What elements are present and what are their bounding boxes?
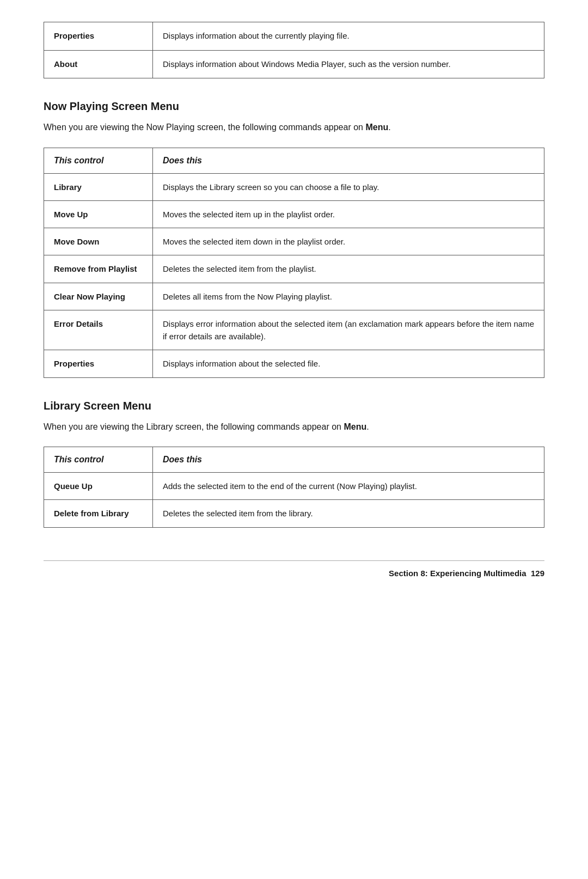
description-cell: Displays information about the selected …: [153, 350, 544, 377]
table-row: Error Details Displays error information…: [44, 310, 544, 350]
table-row: Delete from Library Deletes the selected…: [44, 500, 544, 527]
table-row: About Displays information about Windows…: [44, 50, 544, 78]
footer-page-number: 129: [531, 569, 544, 578]
footer-text: Section 8: Experiencing Multimedia 129: [389, 569, 544, 578]
description-cell: Moves the selected item up in the playli…: [153, 200, 544, 228]
description-cell: Deletes all items from the Now Playing p…: [153, 283, 544, 310]
now-playing-table: This control Does this Library Displays …: [44, 148, 544, 378]
table-row: Remove from Playlist Deletes the selecte…: [44, 255, 544, 283]
control-cell: Move Down: [44, 228, 153, 255]
description-cell: Displays information about Windows Media…: [153, 50, 544, 78]
control-cell: Library: [44, 173, 153, 200]
now-playing-section: Now Playing Screen Menu When you are vie…: [44, 100, 544, 378]
control-cell: About: [44, 50, 153, 78]
control-cell: Move Up: [44, 200, 153, 228]
intro-text-plain: When you are viewing the Now Playing scr…: [44, 123, 365, 132]
control-cell: Properties: [44, 22, 153, 51]
library-heading: Library Screen Menu: [44, 400, 544, 412]
footer-section-label: Section 8: Experiencing Multimedia: [389, 569, 526, 578]
library-section: Library Screen Menu When you are viewing…: [44, 400, 544, 528]
library-col2-header: Does this: [153, 447, 544, 473]
top-table: Properties Displays information about th…: [44, 22, 544, 78]
library-intro: When you are viewing the Library screen,…: [44, 420, 544, 434]
description-cell: Deletes the selected item from the libra…: [153, 500, 544, 527]
control-cell: Error Details: [44, 310, 153, 350]
now-playing-col1-header: This control: [44, 148, 153, 173]
table-row: Move Down Moves the selected item down i…: [44, 228, 544, 255]
now-playing-heading: Now Playing Screen Menu: [44, 100, 544, 113]
table-row: Queue Up Adds the selected item to the e…: [44, 473, 544, 500]
now-playing-col2-header: Does this: [153, 148, 544, 173]
description-cell: Deletes the selected item from the playl…: [153, 255, 544, 283]
description-cell: Adds the selected item to the end of the…: [153, 473, 544, 500]
footer: Section 8: Experiencing Multimedia 129: [44, 560, 544, 578]
table-row: Move Up Moves the selected item up in th…: [44, 200, 544, 228]
library-col1-header: This control: [44, 447, 153, 473]
lib-intro-menu-bold: Menu: [344, 422, 366, 431]
control-cell: Properties: [44, 350, 153, 377]
library-table: This control Does this Queue Up Adds the…: [44, 447, 544, 528]
control-cell: Queue Up: [44, 473, 153, 500]
control-cell: Clear Now Playing: [44, 283, 153, 310]
description-cell: Displays error information about the sel…: [153, 310, 544, 350]
control-cell: Delete from Library: [44, 500, 153, 527]
lib-intro-text-end: .: [366, 422, 369, 431]
table-row: Library Displays the Library screen so y…: [44, 173, 544, 200]
intro-menu-bold: Menu: [365, 123, 388, 132]
description-cell: Moves the selected item down in the play…: [153, 228, 544, 255]
description-cell: Displays the Library screen so you can c…: [153, 173, 544, 200]
table-row: Properties Displays information about th…: [44, 22, 544, 51]
intro-text-end: .: [388, 123, 390, 132]
description-cell: Displays information about the currently…: [153, 22, 544, 51]
table-row: Clear Now Playing Deletes all items from…: [44, 283, 544, 310]
control-cell: Remove from Playlist: [44, 255, 153, 283]
table-row: Properties Displays information about th…: [44, 350, 544, 377]
lib-intro-text-plain: When you are viewing the Library screen,…: [44, 422, 344, 431]
now-playing-intro: When you are viewing the Now Playing scr…: [44, 120, 544, 135]
